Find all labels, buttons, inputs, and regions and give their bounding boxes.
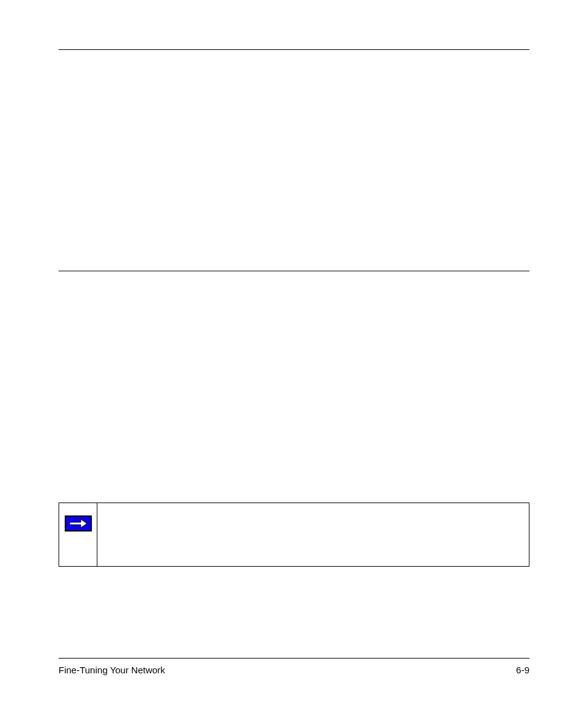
header-rule [59,49,529,50]
footer-rule [59,658,529,659]
section-divider [59,271,529,271]
note-callout-box [59,503,529,567]
page-footer: Fine-Tuning Your Network 6-9 [59,658,529,675]
note-icon-cell [59,503,97,566]
footer-text-row: Fine-Tuning Your Network 6-9 [59,665,529,675]
footer-section-title: Fine-Tuning Your Network [59,665,165,675]
footer-page-number: 6-9 [516,665,529,675]
arrow-right-icon [65,515,92,532]
content-area [59,271,529,567]
note-content [97,503,529,566]
